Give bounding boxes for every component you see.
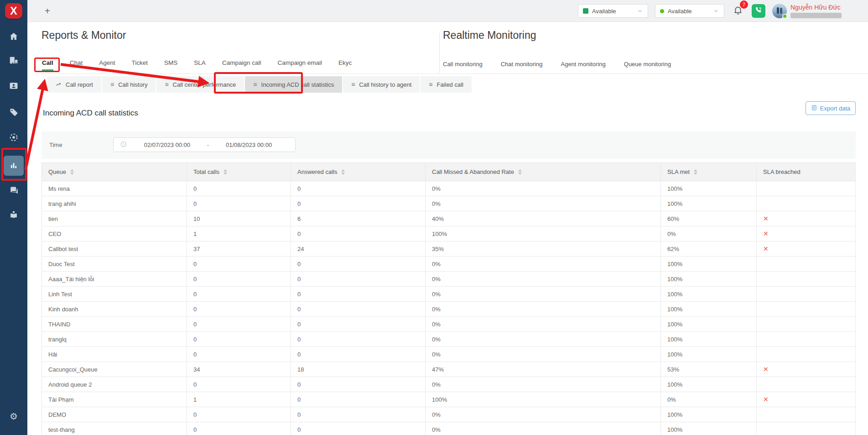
app-logo[interactable]: X — [5, 3, 22, 19]
cell-missed-abandoned-rate: 0% — [426, 347, 661, 362]
column-label: Call Missed & Abandoned Rate — [432, 168, 514, 175]
cell-sla-met: 100% — [661, 181, 757, 196]
cell-sla-met: 100% — [661, 407, 757, 422]
cell-answered-calls: 0 — [291, 181, 426, 196]
cell-missed-abandoned-rate: 0% — [426, 196, 661, 211]
cell-sla-met: 100% — [661, 287, 757, 302]
cell-answered-calls: 24 — [291, 241, 426, 257]
company-icon — [9, 55, 19, 65]
cell-queue: tien — [42, 211, 187, 226]
cell-answered-calls: 0 — [291, 392, 426, 407]
cell-sla-breached: ✕ — [757, 211, 856, 226]
tab-chat[interactable]: Chat — [70, 59, 83, 71]
cell-answered-calls: 0 — [291, 272, 426, 287]
list-icon: ≡ — [351, 81, 355, 88]
subtab-failed-call[interactable]: ≡Failed call — [421, 76, 472, 93]
tab-agent-monitoring[interactable]: Agent monitoring — [561, 61, 605, 68]
user-info: Nguyễn Hữu Đức — [790, 4, 842, 18]
sidebar-item-chat[interactable] — [0, 180, 27, 200]
sidebar-item-target[interactable] — [0, 127, 27, 147]
cell-sla-met: 100% — [661, 377, 757, 392]
column-header-queue[interactable]: Queue — [42, 163, 187, 181]
sidebar-item-home[interactable] — [0, 26, 27, 47]
chevron-down-icon — [637, 8, 643, 14]
cell-answered-calls: 0 — [291, 347, 426, 362]
cell-answered-calls: 0 — [291, 302, 426, 317]
sidebar-item-company[interactable] — [0, 50, 27, 70]
subtab-call-history[interactable]: ≡Call history — [102, 76, 156, 93]
cell-sla-met: 100% — [661, 272, 757, 287]
tab-sla[interactable]: SLA — [194, 59, 206, 71]
sidebar-item-knowledge[interactable] — [0, 204, 27, 225]
cell-answered-calls: 0 — [291, 377, 426, 392]
cell-queue: THAIND — [42, 317, 187, 332]
cell-answered-calls: 0 — [291, 407, 426, 422]
tab-call[interactable]: Call — [42, 59, 53, 71]
tab-campaign-call[interactable]: Campaign call — [222, 59, 261, 71]
subtab-call-report[interactable]: Call report — [47, 76, 101, 93]
page-title: Incoming ACD call statistics — [43, 109, 138, 118]
user-avatar[interactable] — [772, 4, 787, 18]
call-status-dropdown[interactable]: Available — [655, 4, 724, 18]
cell-sla-met: 100% — [661, 332, 757, 347]
table-row: Aaaa_Tái hiện lỗi000%100% — [42, 272, 856, 287]
cell-missed-abandoned-rate: 0% — [426, 422, 661, 435]
column-header-total-calls[interactable]: Total calls — [187, 163, 291, 181]
cell-sla-met: 100% — [661, 257, 757, 272]
subtab-incoming-acd-call-statistics[interactable]: ≡Incoming ACD call statistics — [245, 76, 342, 93]
sidebar-item-settings[interactable]: ⚙ — [0, 406, 27, 426]
cell-total-calls: 0 — [187, 332, 291, 347]
cell-sla-met: 60% — [661, 211, 757, 226]
cell-missed-abandoned-rate: 0% — [426, 181, 661, 196]
tab-chat-monitoring[interactable]: Chat monitoring — [501, 61, 543, 68]
softphone-button[interactable] — [752, 4, 765, 18]
tab-ekyc[interactable]: Ekyc — [338, 59, 352, 71]
tab-queue-monitoring[interactable]: Queue monitoring — [624, 61, 671, 68]
tab-campaign-email[interactable]: Campaign email — [277, 59, 322, 71]
subtab-label: Call history — [118, 81, 147, 88]
user-name[interactable]: Nguyễn Hữu Đức — [790, 4, 842, 11]
column-label: Queue — [48, 168, 66, 175]
column-header-call-missed-abandoned-rate[interactable]: Call Missed & Abandoned Rate — [426, 163, 661, 181]
cell-sla-breached: ✕ — [757, 392, 856, 407]
tab-agent[interactable]: Agent — [99, 59, 115, 71]
call-subtabs: Call report≡Call history≡Call center per… — [47, 76, 472, 93]
cell-total-calls: 0 — [187, 257, 291, 272]
cell-queue: DEMO — [42, 407, 187, 422]
table-row: tranglq000%100% — [42, 332, 856, 347]
column-header-answered-calls[interactable]: Answered calls — [291, 163, 426, 181]
subtab-call-center-performance[interactable]: ≡Call center performance — [156, 76, 244, 93]
cell-missed-abandoned-rate: 100% — [426, 392, 661, 407]
sort-icon[interactable] — [518, 169, 522, 175]
sort-icon[interactable] — [223, 169, 227, 175]
cell-total-calls: 1 — [187, 392, 291, 407]
new-tab-button[interactable]: + — [45, 6, 50, 16]
cell-queue: Callbot test — [42, 241, 187, 257]
queue-table-body: Ms rena000%100%trang ahihi000%100%tien10… — [42, 181, 856, 435]
user-subtitle-redacted — [790, 13, 842, 18]
app-root: X ⚙ + Available Available — [0, 0, 868, 435]
export-data-button[interactable]: Export data — [806, 101, 856, 115]
sidebar-item-reports[interactable] — [4, 156, 24, 176]
topbar-right: Available Available 7 — [578, 0, 842, 22]
sidebar: X ⚙ — [0, 0, 27, 435]
subtab-call-history-to-agent[interactable]: ≡Call history to agent — [343, 76, 420, 93]
time-range-input[interactable]: 02/07/2023 00:00 - 01/08/2023 00:00 — [113, 137, 296, 152]
sort-icon[interactable] — [341, 169, 345, 175]
sidebar-item-contacts[interactable] — [0, 76, 27, 96]
chat-status-dropdown[interactable]: Available — [578, 4, 648, 18]
tab-ticket[interactable]: Ticket — [132, 59, 148, 71]
tab-sms[interactable]: SMS — [164, 59, 177, 71]
sort-icon[interactable] — [694, 169, 697, 175]
tag-icon — [9, 107, 19, 117]
column-header-sla-met[interactable]: SLA met — [661, 163, 757, 181]
cell-sla-met: 100% — [661, 196, 757, 211]
tab-call-monitoring[interactable]: Call monitoring — [443, 61, 483, 68]
list-icon: ≡ — [253, 81, 257, 88]
cell-queue: Ms rena — [42, 181, 187, 196]
cell-sla-breached — [757, 347, 856, 362]
sort-icon[interactable] — [70, 169, 74, 175]
notifications-button[interactable]: 7 — [731, 4, 745, 18]
cell-sla-breached — [757, 332, 856, 347]
sidebar-item-tag[interactable] — [0, 102, 27, 122]
